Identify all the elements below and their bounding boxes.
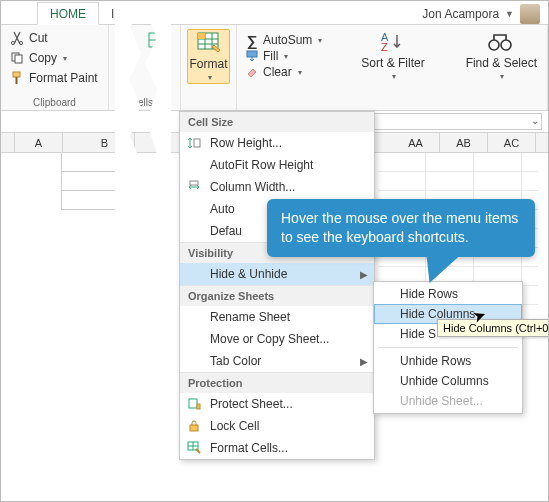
svg-rect-20 xyxy=(194,139,200,147)
submenu-unhide-columns[interactable]: Unhide Columns xyxy=(374,371,522,391)
group-clipboard: Cut Copy ▾ Format Paint Clipboard xyxy=(1,25,109,110)
fill-button[interactable]: Fill ▾ xyxy=(243,49,324,63)
format-painter-label: Format Paint xyxy=(29,71,98,85)
tab-home[interactable]: HOME xyxy=(37,2,99,25)
eraser-icon xyxy=(245,65,259,79)
user-account[interactable]: Jon Acampora ▼ xyxy=(422,4,548,24)
find-select-label: Find & Select xyxy=(466,57,537,70)
menu-rename-sheet[interactable]: Rename Sheet xyxy=(180,306,374,328)
menu-autofit-row[interactable]: AutoFit Row Height xyxy=(180,154,374,176)
autosum-label: AutoSum xyxy=(263,33,312,47)
callout-text: Hover the mouse over the menu items to s… xyxy=(281,210,518,245)
format-cells-small-icon xyxy=(186,440,202,456)
menu-label: Lock Cell xyxy=(210,419,259,433)
svg-rect-23 xyxy=(197,404,200,409)
ribbon: Cut Copy ▾ Format Paint Clipboard xyxy=(1,25,548,111)
hide-unhide-submenu: Hide Rows Hide Columns Hide S Unhide Row… xyxy=(373,281,523,414)
svg-rect-15 xyxy=(247,51,257,57)
chevron-down-icon: ▾ xyxy=(318,36,322,45)
delete-button-fragment[interactable]: lete ▾ xyxy=(147,29,174,84)
chevron-right-icon: ▶ xyxy=(360,356,368,367)
format-cells-icon xyxy=(195,31,223,55)
callout-balloon: Hover the mouse over the menu items to s… xyxy=(267,199,535,257)
grid-minus-icon xyxy=(147,31,175,55)
autosum-button[interactable]: ∑ AutoSum ▾ xyxy=(243,33,324,47)
col-width-icon xyxy=(186,179,202,195)
svg-rect-4 xyxy=(13,72,20,77)
menu-section-cell-size: Cell Size xyxy=(180,112,374,132)
menu-label: Move or Copy Sheet... xyxy=(210,332,329,346)
col-header-AB[interactable]: AB xyxy=(440,133,488,152)
ribbon-tabs: HOME IN Jon Acampora ▼ xyxy=(1,1,548,25)
chevron-down-icon: ▾ xyxy=(63,54,67,63)
svg-point-1 xyxy=(19,41,22,44)
svg-rect-3 xyxy=(15,55,22,63)
menu-label: Hide & Unhide xyxy=(210,267,287,281)
menu-column-width[interactable]: Column Width... xyxy=(180,176,374,198)
svg-rect-22 xyxy=(189,399,197,408)
menu-hide-unhide[interactable]: Hide & Unhide ▶ xyxy=(180,263,374,285)
group-label-cells-fragment: ells xyxy=(117,95,174,108)
shield-icon xyxy=(186,396,202,412)
find-select-button[interactable]: Find & Select ▾ xyxy=(462,29,541,108)
sort-filter-button[interactable]: AZ Sort & Filter ▾ xyxy=(357,29,428,108)
user-name: Jon Acampora xyxy=(422,7,499,21)
menu-label: Auto xyxy=(210,202,235,216)
col-header-AC[interactable]: AC xyxy=(488,133,536,152)
group-format: Format ▾ xyxy=(181,25,237,110)
svg-rect-21 xyxy=(190,181,198,185)
menu-tab-color[interactable]: Tab Color ▶ xyxy=(180,350,374,372)
chevron-down-icon: ▾ xyxy=(208,73,212,82)
col-header-AA[interactable]: AA xyxy=(392,133,440,152)
format-painter-button[interactable]: Format Paint xyxy=(7,69,102,87)
menu-lock-cell[interactable]: Lock Cell xyxy=(180,415,374,437)
submenu-unhide-rows[interactable]: Unhide Rows xyxy=(374,351,522,371)
menu-protect-sheet[interactable]: Protect Sheet... xyxy=(180,393,374,415)
col-header-B[interactable]: B xyxy=(75,133,135,152)
chevron-down-icon: ▾ xyxy=(284,52,288,61)
fill-down-icon xyxy=(245,49,259,63)
scissors-icon xyxy=(9,30,25,46)
menu-label: Rename Sheet xyxy=(210,310,290,324)
menu-format-cells[interactable]: Format Cells... xyxy=(180,437,374,459)
lock-icon xyxy=(186,418,202,434)
chevron-down-icon: ▼ xyxy=(505,9,514,19)
format-button[interactable]: Format ▾ xyxy=(187,29,230,84)
sort-icon: AZ xyxy=(379,31,407,55)
chevron-down-icon[interactable]: ⌄ xyxy=(531,115,539,126)
svg-rect-5 xyxy=(16,77,18,84)
group-label-clipboard: Clipboard xyxy=(7,95,102,108)
menu-label: Column Width... xyxy=(210,180,295,194)
fill-label: Fill xyxy=(263,49,278,63)
menu-section-organize: Organize Sheets xyxy=(180,285,374,306)
menu-row-height[interactable]: Row Height... xyxy=(180,132,374,154)
separator xyxy=(378,347,518,348)
menu-label: Tab Color xyxy=(210,354,261,368)
chevron-down-icon: ▾ xyxy=(392,72,396,81)
submenu-hide-rows[interactable]: Hide Rows xyxy=(374,284,522,304)
col-header-A[interactable]: A xyxy=(15,133,63,152)
svg-rect-14 xyxy=(198,33,205,39)
sigma-icon: ∑ xyxy=(245,33,259,47)
menu-label: Protect Sheet... xyxy=(210,397,293,411)
format-label: Format xyxy=(190,57,228,71)
svg-rect-24 xyxy=(190,425,198,431)
sort-filter-label: Sort & Filter xyxy=(361,57,424,70)
clear-button[interactable]: Clear ▾ xyxy=(243,65,324,79)
menu-move-copy-sheet[interactable]: Move or Copy Sheet... xyxy=(180,328,374,350)
chevron-down-icon: ▾ xyxy=(160,73,164,82)
row-height-icon xyxy=(186,135,202,151)
menu-label: Format Cells... xyxy=(210,441,288,455)
cut-button[interactable]: Cut xyxy=(7,29,102,47)
avatar xyxy=(520,4,540,24)
svg-point-0 xyxy=(11,41,14,44)
cut-label: Cut xyxy=(29,31,48,45)
chevron-down-icon: ▾ xyxy=(298,68,302,77)
binoculars-icon xyxy=(487,31,515,55)
tab-next-partial[interactable]: IN xyxy=(99,3,135,24)
copy-button[interactable]: Copy ▾ xyxy=(7,49,102,67)
format-dropdown-menu: Cell Size Row Height... AutoFit Row Heig… xyxy=(179,111,375,460)
menu-label: Row Height... xyxy=(210,136,282,150)
menu-label: AutoFit Row Height xyxy=(210,158,313,172)
svg-point-18 xyxy=(489,40,499,50)
